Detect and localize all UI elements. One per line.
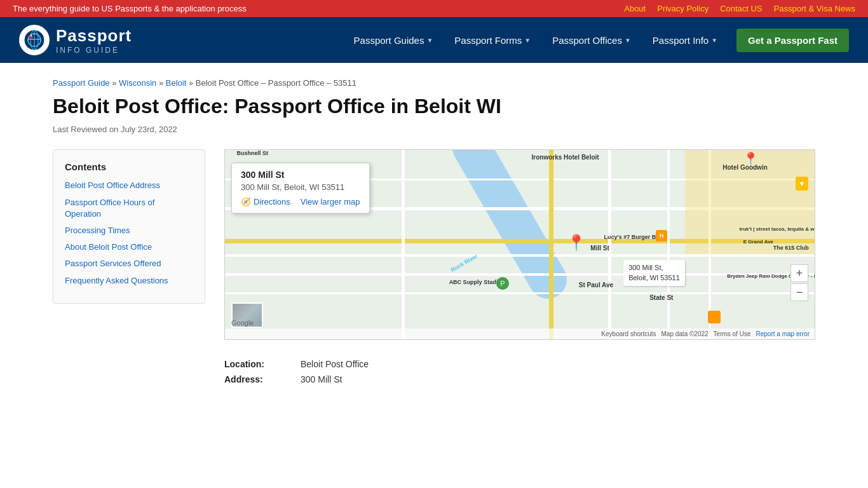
- map-road-v2: [549, 150, 553, 339]
- top-bar-link-news[interactable]: Passport & Visa News: [774, 4, 855, 13]
- map-footer-data: Map data ©2022: [661, 330, 709, 337]
- page-title: Beloit Post Office: Passport Office in B…: [53, 94, 815, 118]
- map-footer-terms[interactable]: Terms of Use: [714, 330, 751, 337]
- location-value: Beloit Post Office: [301, 359, 369, 369]
- top-bar-right-links: About Privacy Policy Contact US Passport…: [624, 4, 855, 13]
- map-label-st-paul: St Paul Ave: [579, 281, 613, 288]
- map-label-state-st: State St: [649, 294, 673, 301]
- map-tooltip-address: 300 Mill St, Beloit, WI 53511: [241, 182, 360, 192]
- map-footer: Keyboard shortcuts Map data ©2022 Terms …: [225, 329, 815, 339]
- top-bar-link-privacy[interactable]: Privacy Policy: [657, 4, 709, 13]
- main-nav: Passport Guides ▼ Passport Forms ▼ Passp…: [345, 29, 849, 52]
- last-reviewed: Last Reviewed on July 23rd, 2022: [53, 125, 815, 134]
- map-label-bushnell: Bushnell St: [237, 150, 269, 156]
- info-row-address: Address: 300 Mill St: [224, 374, 815, 384]
- breadcrumb: Passport Guide » Wisconsin » Beloit » Be…: [53, 78, 815, 88]
- map-footer-shortcuts[interactable]: Keyboard shortcuts: [601, 330, 656, 337]
- info-row-location: Location: Beloit Post Office: [224, 359, 815, 369]
- top-bar: The everything guide to US Passports & t…: [0, 0, 868, 17]
- cta-get-passport[interactable]: Get a Passport Fast: [736, 29, 849, 52]
- svg-rect-4: [28, 39, 41, 40]
- toc-item-about: About Beloit Post Office: [65, 241, 193, 253]
- blue-marker-hd: H: [656, 230, 667, 241]
- map-label-mill-st: Mill St: [590, 245, 609, 252]
- map-road-v1: [402, 150, 405, 339]
- logo-text: Passport INFO GUIDE: [56, 26, 132, 55]
- map-label-club: The 615 Club: [773, 245, 809, 251]
- toc-link-services[interactable]: Passport Services Offered: [65, 259, 161, 268]
- breadcrumb-wisconsin[interactable]: Wisconsin: [119, 78, 156, 88]
- nav-passport-forms[interactable]: Passport Forms ▼: [445, 30, 539, 51]
- address-label: Address:: [224, 374, 301, 384]
- toc-item-address: Beloit Post Office Address: [65, 180, 193, 191]
- nav-guides-arrow: ▼: [426, 37, 433, 44]
- map-label-grand-ave: E Grand Ave: [743, 239, 773, 245]
- map-label-bryden: Bryden Jeep Ram Dodge Chrysler - Bryden …: [727, 273, 797, 279]
- nav-info-arrow: ▼: [711, 37, 717, 44]
- toc-link-hours[interactable]: Passport Office Hours of Operation: [65, 198, 154, 219]
- toc-list: Beloit Post Office Address Passport Offi…: [65, 180, 193, 286]
- yellow-top-right-marker: ▼: [796, 177, 808, 191]
- map-footer-report[interactable]: Report a map error: [756, 330, 810, 337]
- map-view-larger[interactable]: View larger map: [301, 197, 360, 207]
- logo-subtitle: INFO GUIDE: [56, 46, 132, 55]
- toc-item-processing: Processing Times: [65, 225, 193, 236]
- nav-forms-arrow: ▼: [524, 37, 531, 44]
- map-road-h5: [225, 292, 815, 294]
- map-road-h4: [225, 273, 815, 276]
- breadcrumb-passport-guide[interactable]: Passport Guide: [53, 78, 110, 88]
- green-park-marker: P: [496, 277, 509, 290]
- breadcrumb-beloit[interactable]: Beloit: [166, 78, 187, 88]
- location-info-popup: 300 Mill St, Beloit, WI 53511: [623, 260, 685, 286]
- info-section: Location: Beloit Post Office Address: 30…: [224, 359, 815, 384]
- content-wrapper: Passport Guide » Wisconsin » Beloit » Be…: [34, 78, 834, 390]
- map-tooltip-actions: 🧭 Directions View larger map: [241, 197, 360, 207]
- toc-sidebar: Contents Beloit Post Office Address Pass…: [53, 149, 205, 303]
- map-zoom-in[interactable]: +: [790, 264, 808, 282]
- toc-link-processing[interactable]: Processing Times: [65, 226, 130, 235]
- top-bar-link-contact[interactable]: Contact US: [720, 4, 762, 13]
- main-layout: Contents Beloit Post Office Address Pass…: [53, 149, 815, 390]
- location-label: Location:: [224, 359, 301, 369]
- logo[interactable]: Passport INFO GUIDE: [19, 25, 132, 55]
- popup-line2: Beloit, WI 53511: [628, 273, 680, 283]
- map-controls: + −: [790, 264, 808, 301]
- google-logo: Google: [231, 319, 254, 327]
- map-directions-link[interactable]: 🧭 Directions: [241, 197, 290, 207]
- map-tooltip-title: 300 Mill St: [241, 170, 360, 180]
- toc-link-about[interactable]: About Beloit Post Office: [65, 242, 152, 252]
- breadcrumb-current: Beloit Post Office – Passport Office – 5…: [196, 78, 356, 88]
- map-label-truk: truk't | street tacos, tequila & whiskey: [739, 226, 803, 232]
- toc-item-faq: Frequently Asked Questions: [65, 275, 193, 287]
- nav-offices-arrow: ▼: [625, 37, 631, 44]
- nav-passport-info[interactable]: Passport Info ▼: [644, 30, 726, 51]
- hotel-pin: 📍: [743, 151, 759, 166]
- orange-marker-bottom: [708, 311, 721, 323]
- nav-passport-guides[interactable]: Passport Guides ▼: [345, 30, 442, 51]
- toc-item-hours: Passport Office Hours of Operation: [65, 197, 193, 220]
- directions-icon: 🧭: [241, 197, 251, 207]
- map-zoom-out[interactable]: −: [790, 283, 808, 301]
- top-bar-link-about[interactable]: About: [624, 4, 646, 13]
- logo-icon: [19, 25, 50, 55]
- address-value: 300 Mill St: [301, 374, 342, 384]
- toc-item-services: Passport Services Offered: [65, 258, 193, 269]
- map-label-ironworks: Ironworks Hotel Beloit: [532, 154, 599, 161]
- site-header: Passport INFO GUIDE Passport Guides ▼ Pa…: [0, 17, 868, 63]
- map-area: Ironworks Hotel Beloit Hotel Goodwin Luc…: [224, 149, 815, 390]
- logo-passport: Passport: [56, 26, 132, 46]
- map-container[interactable]: Ironworks Hotel Beloit Hotel Goodwin Luc…: [224, 149, 815, 340]
- map-label-lucy: Lucy's #7 Burger Bar: [604, 234, 661, 240]
- top-bar-left-text: The everything guide to US Passports & t…: [13, 4, 247, 13]
- nav-passport-offices[interactable]: Passport Offices ▼: [543, 30, 640, 51]
- popup-line1: 300 Mill St,: [628, 263, 680, 273]
- map-road-h3: [225, 254, 815, 257]
- toc-link-faq[interactable]: Frequently Asked Questions: [65, 276, 168, 285]
- map-tooltip: 300 Mill St 300 Mill St, Beloit, WI 5351…: [231, 163, 370, 214]
- toc-link-address[interactable]: Beloit Post Office Address: [65, 180, 160, 190]
- map-road-v4: [667, 150, 670, 339]
- toc-title: Contents: [65, 161, 193, 172]
- map-pin-location[interactable]: 📍: [567, 234, 586, 252]
